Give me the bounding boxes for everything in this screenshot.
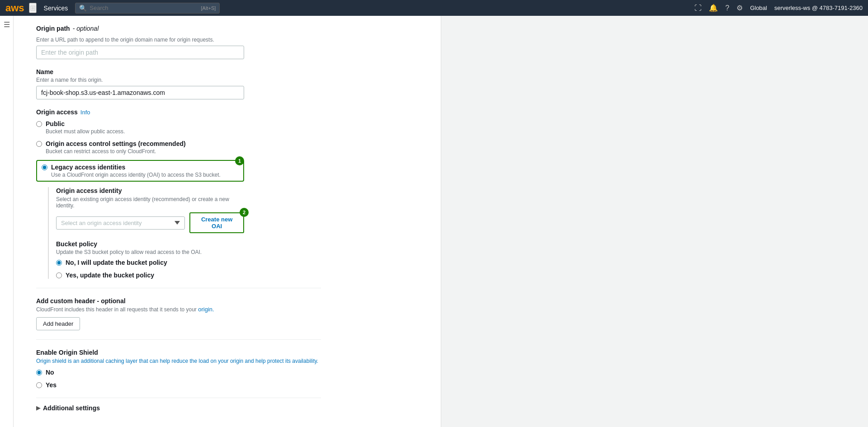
bucket-policy-yes-label: Yes, update the bucket policy bbox=[66, 272, 154, 279]
services-nav-button[interactable]: Services bbox=[41, 5, 71, 12]
origin-path-optional: - optional bbox=[73, 25, 99, 32]
create-oai-wrapper: Create new OAI 2 bbox=[189, 212, 244, 233]
radio-public-input[interactable] bbox=[36, 121, 42, 127]
bucket-policy-radio-group: No, I will update the bucket policy Yes,… bbox=[56, 259, 244, 279]
custom-header-hint: CloudFront includes this header in all r… bbox=[36, 306, 321, 313]
sidebar-toggle-button[interactable]: ☰ bbox=[4, 20, 10, 29]
radio-legacy-desc: Use a CloudFront origin access identity … bbox=[51, 172, 221, 178]
origin-access-title: Origin access bbox=[36, 108, 78, 116]
radio-public-desc: Bucket must allow public access. bbox=[46, 128, 125, 135]
origin-shield-section: Enable Origin Shield Origin shield is an… bbox=[36, 339, 321, 389]
origin-access-info-link[interactable]: Info bbox=[80, 109, 90, 116]
name-input[interactable] bbox=[36, 86, 244, 99]
right-panel bbox=[441, 16, 868, 427]
help-icon-button[interactable]: ? bbox=[725, 4, 729, 12]
origin-shield-title: Enable Origin Shield bbox=[36, 349, 321, 356]
add-header-button[interactable]: Add header bbox=[36, 317, 80, 330]
search-bar: 🔍 [Alt+S] bbox=[75, 3, 220, 14]
radio-legacy: Legacy access identities Use a CloudFron… bbox=[42, 164, 239, 178]
oai-select[interactable]: Select an origin access identity bbox=[56, 216, 185, 230]
oai-sub-section: Origin access identity Select an existin… bbox=[48, 187, 244, 279]
origin-shield-yes-input[interactable] bbox=[36, 382, 42, 388]
name-label: Name bbox=[36, 68, 53, 75]
origin-access-radio-group: Public Bucket must allow public access. … bbox=[36, 120, 321, 279]
name-hint: Enter a name for this origin. bbox=[36, 77, 321, 83]
additional-settings-label: Additional settings bbox=[43, 404, 100, 412]
search-icon: 🔍 bbox=[79, 5, 87, 12]
region-button[interactable]: Global bbox=[750, 5, 767, 11]
bucket-policy-no-item: No, I will update the bucket policy bbox=[56, 259, 244, 266]
radio-ocs-content: Origin access control settings (recommen… bbox=[46, 140, 186, 155]
oai-select-row: Select an origin access identity Create … bbox=[56, 212, 244, 233]
top-nav: aws ⊞ Services 🔍 [Alt+S] ⛶ 🔔 ? ⚙ Global … bbox=[0, 0, 868, 16]
origin-shield-yes-label: Yes bbox=[46, 381, 57, 389]
radio-public: Public Bucket must allow public access. bbox=[36, 120, 321, 135]
additional-settings-chevron-icon: ▶ bbox=[36, 405, 40, 411]
oai-sub-title: Origin access identity bbox=[56, 187, 244, 194]
bucket-policy-section: Bucket policy Update the S3 bucket polic… bbox=[56, 240, 244, 279]
bucket-policy-hint: Update the S3 bucket policy to allow rea… bbox=[56, 249, 244, 255]
radio-ocs-desc: Bucket can restrict access to only Cloud… bbox=[46, 148, 186, 155]
radio-ocs-label: Origin access control settings (recommen… bbox=[46, 140, 186, 147]
grid-icon-button[interactable]: ⊞ bbox=[29, 3, 37, 13]
radio-legacy-highlighted: Legacy access identities Use a CloudFron… bbox=[36, 160, 244, 182]
aws-logo-text: aws bbox=[5, 2, 24, 14]
origin-path-input[interactable] bbox=[36, 46, 244, 59]
fullscreen-icon-button[interactable]: ⛶ bbox=[694, 4, 702, 12]
search-input[interactable] bbox=[90, 5, 180, 11]
custom-header-title: Add custom header bbox=[36, 297, 95, 305]
name-group: Name Enter a name for this origin. bbox=[36, 68, 321, 99]
settings-icon-button[interactable]: ⚙ bbox=[736, 4, 743, 12]
origin-shield-hint: Origin shield is an additional caching l… bbox=[36, 358, 321, 364]
account-button[interactable]: serverless-ws @ 4783-7191-2360 bbox=[774, 5, 863, 11]
origin-access-header: Origin access Info bbox=[36, 108, 321, 116]
radio-legacy-input[interactable] bbox=[42, 164, 47, 170]
oai-sub-hint: Select an existing origin access identit… bbox=[56, 196, 244, 209]
origin-shield-no-input[interactable] bbox=[36, 370, 42, 375]
additional-settings-toggle-button[interactable]: ▶ Additional settings bbox=[36, 404, 100, 412]
origin-shield-no-label: No bbox=[46, 369, 54, 376]
bucket-policy-no-input[interactable] bbox=[56, 260, 62, 266]
additional-settings-section: ▶ Additional settings bbox=[36, 398, 321, 412]
radio-public-label: Public bbox=[46, 120, 125, 127]
notification-icon-button[interactable]: 🔔 bbox=[709, 4, 718, 12]
radio-legacy-label: Legacy access identities bbox=[51, 164, 221, 171]
origin-path-header: Origin path - optional bbox=[36, 25, 321, 32]
bucket-policy-no-label: No, I will update the bucket policy bbox=[66, 259, 167, 266]
custom-header-section: Add custom header - optional CloudFront … bbox=[36, 288, 321, 330]
custom-header-label: Add custom header - optional bbox=[36, 297, 321, 305]
radio-ocs-input[interactable] bbox=[36, 141, 42, 147]
search-shortcut: [Alt+S] bbox=[201, 5, 216, 11]
origin-path-hint: Enter a URL path to append to the origin… bbox=[36, 37, 321, 43]
origin-shield-yes-item: Yes bbox=[36, 381, 321, 389]
origin-path-label: Origin path bbox=[36, 25, 70, 32]
sidebar: ☰ bbox=[0, 16, 14, 427]
create-oai-button[interactable]: Create new OAI bbox=[189, 212, 244, 233]
content-area: Origin path - optional Enter a URL path … bbox=[14, 16, 339, 427]
origin-shield-no-item: No bbox=[36, 369, 321, 376]
radio-legacy-wrapper: Legacy access identities Use a CloudFron… bbox=[36, 160, 244, 279]
nav-right: ⛶ 🔔 ? ⚙ Global serverless-ws @ 4783-7191… bbox=[694, 4, 863, 12]
create-oai-badge: 2 bbox=[240, 208, 249, 217]
radio-ocs: Origin access control settings (recommen… bbox=[36, 140, 321, 155]
legacy-badge: 1 bbox=[235, 156, 244, 165]
main-content: Origin path - optional Enter a URL path … bbox=[14, 16, 441, 427]
origin-shield-radio-group: No Yes bbox=[36, 369, 321, 389]
radio-public-content: Public Bucket must allow public access. bbox=[46, 120, 125, 135]
custom-header-optional: - optional bbox=[97, 297, 126, 305]
bucket-policy-yes-input[interactable] bbox=[56, 272, 62, 278]
custom-header-origin-link[interactable]: origin. bbox=[198, 306, 214, 313]
radio-legacy-content: Legacy access identities Use a CloudFron… bbox=[51, 164, 221, 178]
aws-logo: aws bbox=[5, 2, 24, 14]
origin-access-group: Origin access Info Public Bucket must al… bbox=[36, 108, 321, 279]
bucket-policy-yes-item: Yes, update the bucket policy bbox=[56, 272, 244, 279]
bucket-policy-title: Bucket policy bbox=[56, 240, 244, 248]
body-layout: ☰ Origin path - optional Enter a URL pat… bbox=[0, 16, 868, 427]
origin-path-group: Origin path - optional Enter a URL path … bbox=[36, 25, 321, 59]
